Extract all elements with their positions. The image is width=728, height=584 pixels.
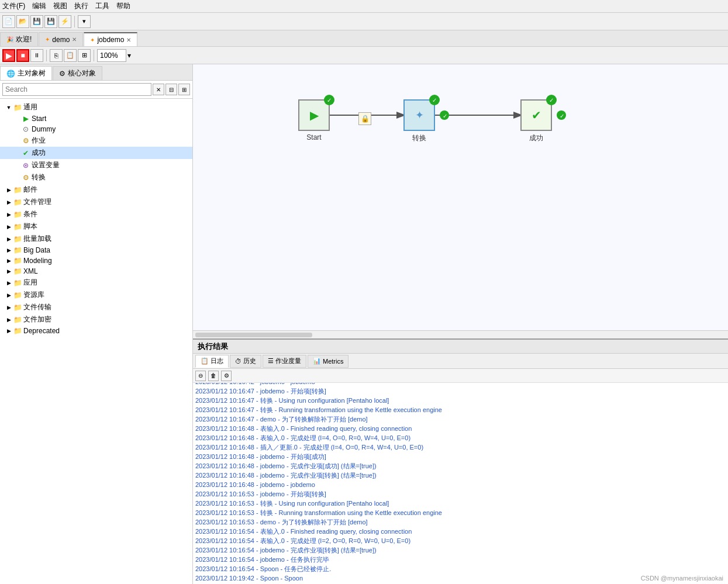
tree-group-modeling[interactable]: ▶ 📁 Modeling [0, 255, 192, 266]
log-settings-button[interactable]: ⚙ [221, 371, 232, 381]
paste-button[interactable]: 📋 [64, 49, 77, 62]
search-input[interactable] [2, 83, 151, 96]
tree-label-app: 应用 [23, 278, 37, 288]
tree-node-dummy[interactable]: ⊙ Dummy [0, 124, 192, 134]
expand-modeling-icon: ▶ [5, 258, 13, 264]
tree-label-setvar: 设置变量 [32, 160, 60, 170]
menu-tools[interactable]: 工具 [95, 1, 109, 11]
sidebar-tab-bar: 🌐 主对象树 ⚙ 核心对象 [0, 64, 192, 81]
tab-demo-close[interactable]: ✕ [72, 36, 77, 43]
tree-node-setvar[interactable]: ⊛ 设置变量 [0, 159, 192, 171]
tree-node-success[interactable]: ✔ 成功 [0, 147, 192, 159]
folder-bigdata-icon: 📁 [13, 246, 22, 254]
canvas-node-transform[interactable]: ✦ ✓ 转换 [403, 99, 435, 143]
sidebar-tab-main[interactable]: 🌐 主对象树 [0, 66, 52, 80]
tree-group-repo[interactable]: ▶ 📁 资源库 [0, 289, 192, 301]
tree-expand-button[interactable]: ⊞ [178, 84, 190, 95]
saveas-button[interactable]: 💾 [44, 15, 57, 28]
log-clear-button[interactable]: 🗑 [208, 371, 219, 381]
layers-button[interactable]: ⚡ [58, 15, 71, 28]
results-tab-log[interactable]: 📋 日志 [195, 355, 229, 368]
canvas-node-success[interactable]: ✔ ✓ 成功 [520, 99, 552, 143]
tree-group-xml[interactable]: ▶ 📁 XML [0, 266, 192, 277]
run-button[interactable]: ▶ [2, 49, 15, 62]
tree-group-condition[interactable]: ▶ 📁 条件 [0, 208, 192, 220]
menu-edit[interactable]: 编辑 [32, 1, 46, 11]
expand-filetransfer-icon: ▶ [5, 305, 13, 310]
tree-collapse-button[interactable]: ⊟ [165, 84, 177, 95]
tree-label-email: 邮件 [23, 185, 37, 195]
log-pause-button[interactable]: ⊖ [195, 371, 206, 381]
success-node-icon: ✔ [532, 108, 541, 122]
sidebar-tab-core[interactable]: ⚙ 核心对象 [53, 66, 102, 80]
log-line: 2023/01/12 10:16:54 - jobdemo - 任务执行完毕 [195, 555, 726, 564]
svg-point-4 [557, 110, 566, 120]
tree-group-filemanage[interactable]: ▶ 📁 文件管理 [0, 196, 192, 208]
main-tree-icon: 🌐 [6, 70, 15, 78]
log-line: 2023/01/12 10:16:53 - jobdemo - 开始项[转换] [195, 489, 726, 499]
results-tab-history[interactable]: ⏱ 历史 [230, 355, 261, 368]
results-tab-bar: 📋 日志 ⏱ 历史 ☰ 作业度量 📊 Metrics [193, 354, 728, 369]
zoom-dropdown-icon[interactable]: ▾ [127, 51, 131, 60]
start-node-icon: ▶ [310, 108, 319, 122]
menu-help[interactable]: 帮助 [116, 1, 130, 11]
folder-bulk-icon: 📁 [13, 235, 22, 243]
success-icon: ✔ [21, 149, 30, 157]
folder-email-icon: 📁 [13, 186, 22, 194]
log-line: 2023/01/12 10:16:48 - jobdemo - 完成作业项[成功… [195, 461, 726, 471]
results-tab-pentaho-metrics[interactable]: 📊 Metrics [308, 355, 349, 368]
menu-view[interactable]: 视图 [53, 1, 67, 11]
menu-execute[interactable]: 执行 [74, 1, 88, 11]
canvas-hscroll[interactable] [193, 330, 728, 338]
folder-script-icon: 📁 [13, 223, 22, 231]
tab-demo-label: demo [52, 36, 70, 44]
tree-group-general[interactable]: ▼ 📁 通用 [0, 101, 192, 113]
search-clear-button[interactable]: ✕ [153, 84, 164, 95]
tab-welcome[interactable]: 🎉 欢迎! [0, 32, 38, 46]
tab-jobdemo-close[interactable]: ✕ [126, 37, 131, 43]
open-button[interactable]: 📂 [16, 15, 29, 28]
tree-group-script[interactable]: ▶ 📁 脚本 [0, 220, 192, 233]
tree-node-transform[interactable]: ⚙ 转换 [0, 171, 192, 184]
tree-node-job[interactable]: ⚙ 作业 [0, 134, 192, 147]
canvas-area[interactable]: ✓✓ ▶ ✓ Start 🔒 ✦ ✓ 转换 [193, 64, 728, 338]
copy-button[interactable]: ⎘ [50, 49, 63, 62]
stop-button[interactable]: ■ [16, 49, 29, 62]
save-button[interactable]: 💾 [30, 15, 43, 28]
new-button[interactable]: 📄 [2, 15, 15, 28]
history-icon: ⏱ [235, 358, 241, 365]
jobdemo-icon: ✦ [90, 37, 95, 43]
connector-lock: 🔒 [358, 112, 371, 125]
tree-label-filetransfer: 文件传输 [23, 302, 51, 312]
expand-general-icon: ▼ [5, 105, 13, 110]
tree-label-success: 成功 [32, 148, 46, 158]
success-node-check: ✓ [546, 95, 557, 105]
results-tab-metrics[interactable]: ☰ 作业度量 [263, 355, 306, 368]
tree-group-app[interactable]: ▶ 📁 应用 [0, 277, 192, 289]
editor-separator-1 [46, 50, 47, 61]
pause-button[interactable]: ⏸ [30, 49, 43, 62]
tree-label-bigdata: Big Data [23, 246, 50, 254]
log-line: 2023/01/12 10:16:47 - 转换 - Running trans… [195, 405, 726, 414]
tree-group-bulk[interactable]: ▶ 📁 批量加载 [0, 233, 192, 245]
tree-group-deprecated[interactable]: ▶ 📁 Deprecated [0, 326, 192, 336]
tree-group-fileencrypt[interactable]: ▶ 📁 文件加密 [0, 313, 192, 326]
canvas-node-start[interactable]: ▶ ✓ Start [298, 99, 330, 141]
start-node-label: Start [306, 133, 321, 141]
dropdown-button[interactable]: ▾ [78, 15, 91, 28]
tree-group-bigdata[interactable]: ▶ 📁 Big Data [0, 245, 192, 255]
menu-file[interactable]: 文件(F) [2, 1, 25, 11]
tree-group-filetransfer[interactable]: ▶ 📁 文件传输 [0, 301, 192, 313]
zoom-input[interactable] [97, 49, 126, 62]
folder-general-icon: 📁 [13, 103, 22, 112]
log-area[interactable]: 2023/01/12 10:16:42 - jobdemo - 完成作业项[成功… [193, 383, 728, 584]
tree-group-email[interactable]: ▶ 📁 邮件 [0, 184, 192, 196]
tab-jobdemo[interactable]: ✦ jobdemo ✕ [84, 32, 137, 46]
tab-demo[interactable]: ✦ demo ✕ [39, 32, 83, 46]
log-line: 2023/01/12 10:19:42 - Spoon - Spoon [195, 573, 726, 583]
fit-button[interactable]: ⊞ [78, 49, 91, 62]
sidebar-tab-core-label: 核心对象 [68, 68, 96, 78]
tree-node-start[interactable]: ▶ Start [0, 113, 192, 124]
tab-jobdemo-label: jobdemo [97, 36, 124, 44]
svg-text:✓: ✓ [443, 113, 447, 119]
